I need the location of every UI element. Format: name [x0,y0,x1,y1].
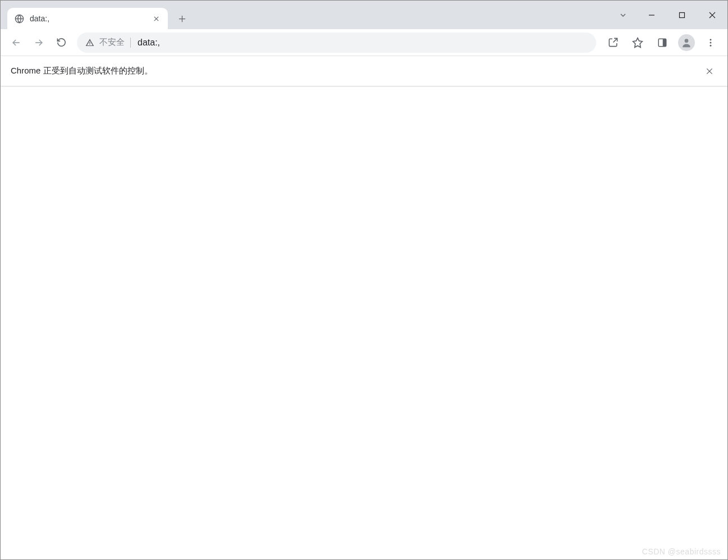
address-bar[interactable]: 不安全 data:, [77,33,596,53]
infobar-message: Chrome 正受到自动测试软件的控制。 [11,66,702,76]
url-text: data:, [138,38,588,48]
window-minimize-button[interactable] [637,4,667,26]
menu-button[interactable] [699,33,722,53]
window-controls [610,1,727,29]
new-tab-button[interactable] [172,9,191,28]
automation-infobar: Chrome 正受到自动测试软件的控制。 [1,56,727,86]
globe-icon [14,13,24,24]
side-panel-button[interactable] [651,33,674,53]
svg-rect-3 [663,39,666,47]
back-button[interactable] [6,33,26,53]
window-close-button[interactable] [697,4,727,26]
profile-avatar[interactable] [678,34,695,51]
tab-title: data:, [30,14,145,23]
security-label: 不安全 [99,37,125,48]
svg-point-6 [710,42,712,43]
tab-close-button[interactable] [151,13,161,24]
reload-button[interactable] [51,33,71,53]
svg-point-5 [710,39,712,40]
tab-search-button[interactable] [610,4,637,26]
share-button[interactable] [602,33,624,53]
svg-rect-1 [680,12,685,17]
infobar-close-button[interactable] [702,63,717,79]
tab-strip: data:, [1,1,727,29]
svg-point-4 [685,39,689,43]
bookmark-button[interactable] [626,33,649,53]
window-maximize-button[interactable] [667,4,697,26]
not-secure-icon [85,38,95,48]
watermark-text: CSDN @seabirdssss [642,547,721,556]
forward-button[interactable] [29,33,49,53]
svg-point-7 [710,44,712,46]
browser-tab[interactable]: data:, [7,8,168,29]
omnibox-divider [130,38,131,48]
toolbar: 不安全 data:, [1,29,727,56]
